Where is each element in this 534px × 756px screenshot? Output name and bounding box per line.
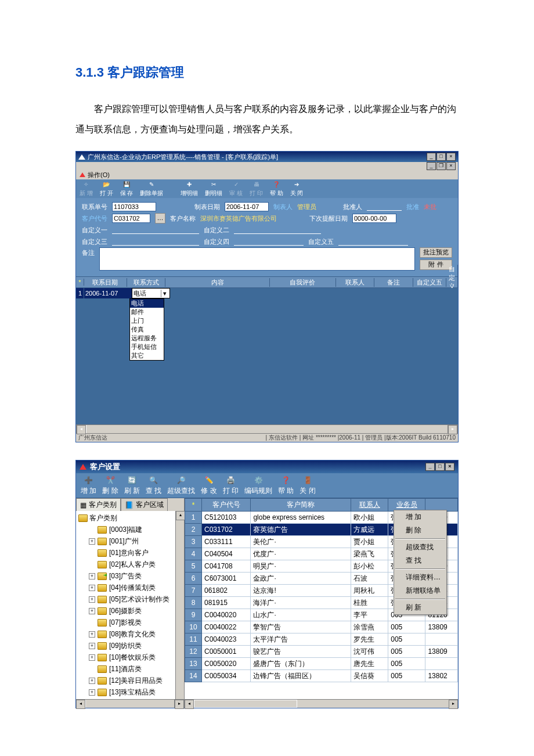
grid-col-eval[interactable]: 自我评价	[270, 278, 336, 287]
cell-sales[interactable]: 005	[388, 646, 425, 658]
expand-toggle[interactable]: +	[89, 643, 95, 649]
close-button[interactable]: ×	[445, 463, 454, 471]
cell-name[interactable]: 海洋广·	[251, 597, 351, 609]
cell-code[interactable]: C0040023	[202, 633, 251, 646]
cust-code-input[interactable]	[112, 214, 150, 223]
expand-toggle[interactable]: +	[89, 585, 95, 591]
cell-contact[interactable]: 石波	[351, 573, 388, 585]
table-row[interactable]: 10C0040022擎智广告涂雪燕00513809	[185, 621, 458, 633]
cell-code[interactable]: 081915	[202, 597, 251, 609]
cell-name[interactable]: 金政广·	[251, 573, 351, 585]
cell-contact[interactable]: 方威远	[351, 524, 388, 536]
tree-item[interactable]: +[13]珠宝精品类	[78, 686, 175, 698]
toolbar-help[interactable]: ❓帮 助	[270, 181, 283, 197]
ud5-input[interactable]	[338, 238, 408, 246]
minimize-button[interactable]: _	[427, 153, 436, 161]
toolbar-save[interactable]: 💾保 存	[120, 181, 134, 197]
cell-sales[interactable]: 005	[388, 633, 425, 646]
maximize-button[interactable]: □	[435, 463, 445, 471]
cell-sales[interactable]: 005	[388, 670, 425, 682]
cell-sales[interactable]: 005	[388, 621, 425, 633]
table-row[interactable]: 12C0050001骏艺广告沈可伟00513809	[185, 646, 458, 658]
preview-button[interactable]: 批注预览	[420, 247, 452, 258]
tab-area[interactable]: 📘客户区域	[121, 498, 168, 511]
grid-col-content[interactable]: 内容	[165, 278, 270, 287]
dropdown-option[interactable]: 传真	[130, 325, 164, 334]
mdi-close-button[interactable]: ×	[446, 162, 456, 170]
cell-contact[interactable]: 唐先生	[351, 658, 388, 670]
chevron-down-icon[interactable]: ▾	[161, 290, 168, 297]
dropdown-option[interactable]: 远程服务	[130, 334, 164, 343]
table-row[interactable]: 11C0040023太平洋广告罗先生005	[185, 633, 458, 646]
table-header[interactable]: 联系人	[351, 499, 388, 512]
scroll-right-button[interactable]: ▸	[449, 700, 458, 709]
cell-name[interactable]: globe express sernices	[251, 512, 351, 524]
cell-code[interactable]: C033111	[202, 536, 251, 548]
cust-code-label[interactable]: 客户代号	[82, 214, 107, 223]
toolbar-delete[interactable]: ✎删除单据	[140, 181, 163, 197]
cell-last[interactable]: 13809	[425, 621, 458, 633]
cell-contact[interactable]: 周秋礼	[351, 585, 388, 597]
toolbar-print[interactable]: 🖶打 印	[250, 181, 263, 197]
cell-name[interactable]: 太平洋广告	[251, 633, 351, 646]
ud2-input[interactable]	[234, 226, 321, 234]
ud3-input[interactable]	[112, 238, 199, 246]
maximize-button[interactable]: □	[436, 153, 446, 161]
tree-horizontal-scrollbar[interactable]: ◂ ▸	[76, 699, 184, 708]
expand-toggle[interactable]: +	[89, 654, 95, 661]
toolbar-add[interactable]: ➕增 加	[81, 475, 96, 496]
context-menu-item[interactable]: 新增联络单	[394, 584, 446, 597]
toolbar-edit[interactable]: ✏️修 改	[201, 475, 217, 496]
context-menu-item[interactable]: 查 找	[394, 554, 446, 567]
tree-item[interactable]: +[09]纺织类	[78, 640, 175, 651]
cell-last[interactable]	[425, 658, 458, 670]
horizontal-scrollbar[interactable]: ◂ ▸	[76, 424, 458, 434]
toolbar-super-find[interactable]: 🔎超级查找	[167, 475, 195, 496]
grid-col-contact[interactable]: 联系人	[336, 278, 375, 287]
cell-contact[interactable]: 沈可伟	[351, 646, 388, 658]
cell-sales[interactable]: 005	[388, 658, 425, 670]
cell-code[interactable]: C0040022	[202, 621, 251, 633]
cell-contact[interactable]: 彭小松	[351, 560, 388, 573]
cell-name[interactable]: 擎智广告	[251, 621, 351, 633]
tree-item[interactable]: [0003]福建	[78, 524, 175, 535]
cell-name[interactable]: 优度广·	[251, 548, 351, 560]
cell-name[interactable]: 边锋广告（福田区）	[251, 670, 351, 682]
toolbar-refresh[interactable]: 🔄刷 新	[124, 475, 140, 496]
table-horizontal-scrollbar[interactable]: ◂ ▸	[185, 699, 458, 708]
cell-name[interactable]: 明昊广·	[251, 560, 351, 573]
grid-col-method[interactable]: 联系方式	[127, 278, 166, 287]
scroll-right-button[interactable]: ▸	[175, 700, 184, 709]
cell-contact[interactable]: 桂胜	[351, 597, 388, 609]
ud1-input[interactable]	[112, 226, 199, 234]
tree-item[interactable]: [01]意向客户	[78, 547, 175, 559]
context-menu-item[interactable]: 删 除	[394, 524, 446, 537]
table-row[interactable]: 14C0050034边锋广告（福田区）吴信葵00513802	[185, 670, 458, 682]
cell-name[interactable]: 赛英德广告	[251, 524, 351, 536]
cell-code[interactable]: C041708	[202, 560, 251, 573]
expand-toggle[interactable]: +	[89, 608, 95, 614]
toolbar-open[interactable]: 📂打 开	[100, 181, 113, 197]
next-remind-input[interactable]	[352, 214, 396, 223]
grid-col-date[interactable]: 联系日期	[84, 278, 127, 287]
tree-item[interactable]: +[12]美容日用品类	[78, 675, 175, 686]
toolbar-audit[interactable]: ✓审 核	[229, 181, 243, 197]
scroll-left-button[interactable]: ◂	[77, 425, 86, 434]
cell-name[interactable]: 达京海!	[251, 585, 351, 597]
toolbar-help[interactable]: ❓帮 助	[278, 475, 294, 496]
dropdown-option[interactable]: 手机短信	[130, 343, 164, 351]
tree-item[interactable]: +[04]传播策划类	[78, 582, 175, 593]
toolbar-new[interactable]: ✧新 增	[80, 181, 93, 197]
make-date-input[interactable]	[225, 202, 269, 211]
toolbar-print[interactable]: 🖨️打 印	[223, 475, 239, 496]
expand-toggle[interactable]: +	[89, 596, 95, 603]
context-menu-item[interactable]: 刷 新	[394, 601, 446, 614]
cell-name[interactable]: 美伦广·	[251, 536, 351, 548]
tree-item[interactable]: [11]酒店类	[78, 663, 175, 675]
context-menu[interactable]: 增 加删 除超级查找查 找详细资料…新增联络单刷 新	[394, 510, 447, 615]
minimize-button[interactable]: _	[425, 463, 435, 471]
cell-code[interactable]: C6073001	[202, 573, 251, 585]
toolbar-close[interactable]: 🚪关 闭	[300, 475, 315, 496]
scroll-left-button[interactable]: ◂	[185, 700, 194, 709]
cell-code[interactable]: C0050001	[202, 646, 251, 658]
